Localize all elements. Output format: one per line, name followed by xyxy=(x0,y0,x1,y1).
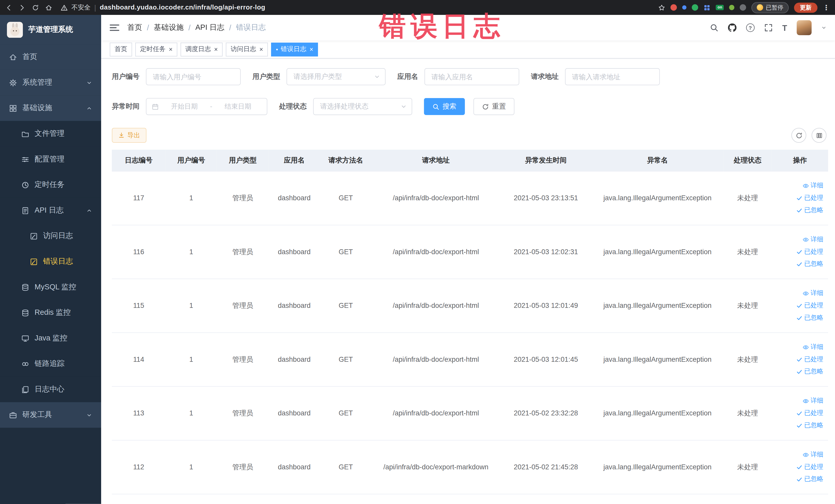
sidebar-item-file-management[interactable]: 文件管理 xyxy=(0,121,101,147)
check-icon xyxy=(796,207,803,213)
address-bar[interactable]: 不安全 | dashboard.yudao.iocoder.cn/infra/l… xyxy=(61,3,265,12)
filter-label: 用户类型 xyxy=(252,72,280,81)
forward-icon[interactable] xyxy=(19,4,26,11)
extension-grid-icon[interactable] xyxy=(704,4,711,11)
sidebar-item-access-log[interactable]: 访问日志 xyxy=(0,223,101,249)
search-button[interactable]: 搜索 xyxy=(424,98,465,115)
sidebar-item-dev-tools[interactable]: 研发工具 xyxy=(0,402,101,428)
mark-ignored-link[interactable]: 已忽略 xyxy=(796,313,823,322)
sidebar-item-system-management[interactable]: 系统管理 xyxy=(0,70,101,96)
sidebar-item-redis-monitor[interactable]: Redis 监控 xyxy=(0,300,101,326)
sidebar-item-mysql-monitor[interactable]: MySQL 监控 xyxy=(0,274,101,300)
close-icon[interactable]: × xyxy=(214,46,218,53)
request-url-input[interactable] xyxy=(565,68,660,85)
browser-extensions-area: on 已暂停 更新 ⋮ xyxy=(658,2,830,13)
user-avatar[interactable] xyxy=(797,20,812,35)
detail-link[interactable]: 详细 xyxy=(803,397,823,405)
mark-processed-link[interactable]: 已处理 xyxy=(796,408,823,418)
mark-ignored-link[interactable]: 已忽略 xyxy=(796,206,823,215)
mark-ignored-link[interactable]: 已忽略 xyxy=(796,475,823,484)
mark-processed-link[interactable]: 已处理 xyxy=(796,301,823,310)
table-row: 114 1 管理员 dashboard GET /api/infra/db-do… xyxy=(112,332,828,386)
cell-log-id: 116 xyxy=(112,225,166,279)
mark-ignored-link[interactable]: 已忽略 xyxy=(796,259,823,268)
back-icon[interactable] xyxy=(5,4,12,11)
cell-log-id: 112 xyxy=(112,440,166,494)
mark-processed-link[interactable]: 已处理 xyxy=(796,247,823,256)
check-icon xyxy=(796,356,803,363)
close-icon[interactable]: × xyxy=(169,46,173,53)
extension-icon[interactable] xyxy=(740,4,746,11)
database-icon xyxy=(21,309,29,317)
menu-label: 配置管理 xyxy=(35,155,64,164)
mark-processed-link[interactable]: 已处理 xyxy=(796,193,823,202)
mark-ignored-link[interactable]: 已忽略 xyxy=(796,367,823,376)
process-status-select[interactable]: 请选择处理状态 xyxy=(313,98,412,115)
tab-schedule-log[interactable]: 调度日志 × xyxy=(180,42,223,56)
cell-request-url: /api/infra/db-doc/export-html xyxy=(371,332,500,386)
app-title: 芋道管理系统 xyxy=(28,25,73,34)
cell-exception-time: 2021-05-03 12:01:49 xyxy=(500,279,591,332)
sidebar-item-trace[interactable]: 链路追踪 xyxy=(0,351,101,377)
detail-link[interactable]: 详细 xyxy=(803,343,823,351)
close-icon[interactable]: × xyxy=(309,46,313,53)
detail-link[interactable]: 详细 xyxy=(803,181,823,190)
close-icon[interactable]: × xyxy=(259,46,263,53)
tab-home[interactable]: 首页 xyxy=(109,42,132,56)
col-request-url: 请求地址 xyxy=(371,150,500,171)
detail-link[interactable]: 详细 xyxy=(803,450,823,459)
fullscreen-icon[interactable] xyxy=(764,23,773,32)
github-icon[interactable] xyxy=(728,23,736,32)
filter-process-status: 处理状态 请选择处理状态 xyxy=(279,98,412,115)
detail-link[interactable]: 详细 xyxy=(803,288,823,298)
sidebar-item-home[interactable]: 首页 xyxy=(0,44,101,70)
mark-ignored-link[interactable]: 已忽略 xyxy=(796,421,823,430)
bookmark-star-icon[interactable] xyxy=(658,4,665,11)
browser-menu-icon[interactable]: ⋮ xyxy=(823,3,830,11)
breadcrumb-item-api-logs[interactable]: API 日志 xyxy=(195,23,224,32)
check-icon xyxy=(796,368,803,375)
home-icon[interactable] xyxy=(45,4,52,11)
extension-icon[interactable] xyxy=(683,5,687,10)
cell-exception-name: java.lang.IllegalArgumentException xyxy=(591,386,724,440)
refresh-button[interactable] xyxy=(791,128,806,143)
paused-chip[interactable]: 已暂停 xyxy=(751,2,789,13)
text-size-icon[interactable]: T xyxy=(782,23,787,32)
app-logo[interactable]: 芋道管理系统 xyxy=(0,15,101,44)
reload-icon[interactable] xyxy=(32,4,39,11)
sidebar-item-scheduled-jobs[interactable]: 定时任务 xyxy=(0,172,101,198)
extension-icon[interactable] xyxy=(692,4,698,11)
extension-icon[interactable] xyxy=(671,4,677,11)
help-icon[interactable]: ? xyxy=(746,23,754,32)
detail-link[interactable]: 详细 xyxy=(803,235,823,244)
breadcrumb-item-infrastructure[interactable]: 基础设施 xyxy=(154,23,184,32)
app-name-input[interactable] xyxy=(425,68,519,85)
tab-access-log[interactable]: 访问日志 × xyxy=(226,42,268,56)
cell-log-id: 117 xyxy=(112,171,166,225)
sidebar-item-api-logs[interactable]: API 日志 xyxy=(0,198,101,223)
mark-processed-link[interactable]: 已处理 xyxy=(796,462,823,471)
user-id-input[interactable] xyxy=(146,68,241,85)
sidebar-item-java-monitor[interactable]: Java 监控 xyxy=(0,326,101,351)
search-icon[interactable] xyxy=(710,23,718,32)
chevron-down-icon[interactable] xyxy=(821,25,827,31)
user-type-select[interactable]: 请选择用户类型 xyxy=(286,68,386,85)
vpn-on-badge[interactable]: on xyxy=(716,5,724,10)
extension-icon[interactable] xyxy=(729,5,734,10)
sidebar-toggle-button[interactable] xyxy=(109,24,119,31)
sidebar-item-error-log[interactable]: 错误日志 xyxy=(0,249,101,275)
update-button[interactable]: 更新 xyxy=(794,2,817,12)
column-settings-button[interactable] xyxy=(812,128,827,143)
reset-button[interactable]: 重置 xyxy=(473,98,514,115)
tab-scheduled-jobs[interactable]: 定时任务 × xyxy=(135,42,177,56)
breadcrumb-item-home[interactable]: 首页 xyxy=(127,23,142,32)
mark-processed-link[interactable]: 已处理 xyxy=(796,355,823,364)
exception-time-range-picker[interactable]: 开始日期 - 结束日期 xyxy=(146,98,267,115)
sidebar-item-infrastructure[interactable]: 基础设施 xyxy=(0,95,101,121)
export-button[interactable]: 导出 xyxy=(112,128,147,143)
tab-error-log[interactable]: ● 错误日志 × xyxy=(271,42,318,56)
tags-view: 首页 定时任务 × 调度日志 × 访问日志 × ● 错误日志 × xyxy=(101,41,835,59)
menu-label: 定时任务 xyxy=(35,180,64,189)
sidebar-item-config-management[interactable]: 配置管理 xyxy=(0,147,101,172)
sidebar-item-log-center[interactable]: 日志中心 xyxy=(0,377,101,402)
